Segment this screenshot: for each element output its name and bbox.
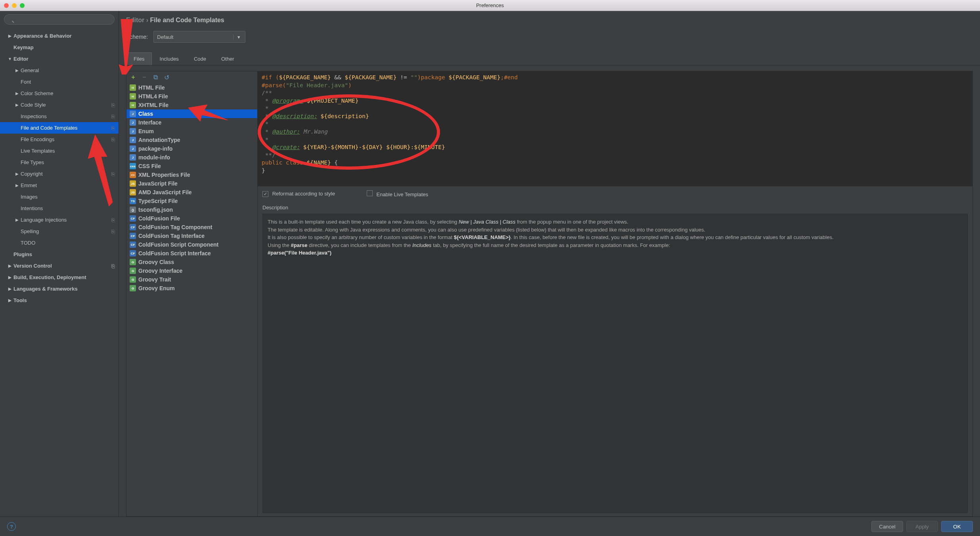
template-item-label: Enum (138, 128, 154, 134)
remove-icon[interactable]: − (141, 74, 148, 81)
template-item-label: Groovy Enum (138, 285, 175, 291)
template-item-label: HTML4 File (138, 93, 168, 100)
reformat-checkbox[interactable]: Reformat according to style (262, 191, 335, 197)
template-item[interactable]: Jmodule-info (126, 153, 257, 162)
template-item[interactable]: JClass (126, 109, 257, 118)
apply-button[interactable]: Apply (906, 521, 938, 532)
sidebar-item[interactable]: Plugins (0, 249, 119, 260)
file-type-icon: J (130, 111, 136, 117)
sidebar-item[interactable]: Font (0, 76, 119, 88)
sidebar-item-label: Inspections (21, 113, 47, 119)
template-item[interactable]: {}tsconfig.json (126, 205, 257, 214)
template-item[interactable]: JSJavaScript File (126, 179, 257, 188)
disclosure-arrow-icon: ▶ (7, 34, 13, 38)
template-item[interactable]: CFColdFusion Script Component (126, 240, 257, 249)
template-item[interactable]: Jpackage-info (126, 144, 257, 153)
sidebar-item[interactable]: File and Code Templates⎘ (0, 122, 119, 134)
description-text: This is a built-in template used each ti… (262, 214, 968, 513)
template-item[interactable]: JInterface (126, 118, 257, 127)
cancel-button[interactable]: Cancel (871, 521, 903, 532)
template-item[interactable]: HHTML File (126, 83, 257, 92)
template-item[interactable]: GGroovy Interface (126, 266, 257, 275)
sidebar-item-label: Intentions (21, 205, 43, 211)
sidebar-item[interactable]: ▶Code Style⎘ (0, 99, 119, 111)
sidebar-item[interactable]: ▶General (0, 65, 119, 76)
tab[interactable]: Files (126, 52, 152, 65)
scheme-label: Scheme: (126, 34, 148, 40)
file-type-icon: J (130, 128, 136, 134)
copy-icon[interactable]: ⧉ (152, 74, 159, 81)
file-type-icon: G (130, 268, 136, 274)
disclosure-arrow-icon: ▶ (7, 298, 13, 302)
search-input[interactable] (4, 14, 115, 25)
template-item[interactable]: CFColdFusion Script Interface (126, 249, 257, 258)
sidebar-item[interactable]: File Types (0, 157, 119, 168)
sidebar-item[interactable]: Images (0, 191, 119, 203)
template-item[interactable]: GGroovy Trait (126, 275, 257, 284)
sidebar-item[interactable]: ▶Copyright⎘ (0, 168, 119, 180)
sidebar-item[interactable]: ▶Build, Execution, Deployment (0, 272, 119, 283)
sidebar-item[interactable]: ▶Color Scheme (0, 88, 119, 99)
tab[interactable]: Code (186, 52, 214, 65)
template-code-editor[interactable]: #if (${PACKAGE_NAME} && ${PACKAGE_NAME} … (258, 71, 972, 186)
disclosure-arrow-icon: ▶ (14, 218, 20, 222)
add-icon[interactable]: + (130, 74, 137, 81)
sidebar-item[interactable]: Intentions (0, 203, 119, 214)
template-item[interactable]: TSTypeScript File (126, 197, 257, 205)
template-item[interactable]: HHTML4 File (126, 92, 257, 101)
breadcrumb-current: File and Code Templates (150, 17, 224, 23)
sidebar-item[interactable]: Spelling⎘ (0, 226, 119, 237)
sidebar-item[interactable]: ▶Emmet (0, 180, 119, 191)
template-item-label: AnnotationType (138, 137, 180, 143)
ok-button[interactable]: OK (941, 521, 973, 532)
template-item-label: ColdFusion Script Component (138, 241, 218, 248)
template-item[interactable]: GGroovy Class (126, 258, 257, 266)
template-item-label: Class (138, 111, 153, 117)
help-icon[interactable]: ? (7, 522, 16, 531)
template-item[interactable]: HXHTML File (126, 101, 257, 109)
sidebar-item[interactable]: File Encodings⎘ (0, 134, 119, 145)
template-item[interactable]: CFColdFusion File (126, 214, 257, 223)
template-item[interactable]: JAnnotationType (126, 136, 257, 144)
sidebar-item[interactable]: ▶Languages & Frameworks (0, 283, 119, 295)
sidebar-item-label: TODO (21, 240, 35, 246)
template-item-label: Interface (138, 119, 161, 126)
sidebar-item[interactable]: ▶Language Injections⎘ (0, 214, 119, 226)
file-type-icon: CF (130, 224, 136, 230)
template-item-label: TypeScript File (138, 198, 178, 204)
sidebar-item-label: Version Control (13, 263, 52, 269)
zoom-window-icon[interactable] (20, 3, 25, 8)
file-type-icon: JS (130, 180, 136, 187)
main-panel: Editor › File and Code Templates Scheme:… (119, 11, 980, 517)
sidebar-item[interactable]: Keymap (0, 42, 119, 53)
file-type-icon: G (130, 276, 136, 283)
sidebar-item[interactable]: ▶Version Control⎘ (0, 260, 119, 272)
minimize-window-icon[interactable] (12, 3, 17, 8)
template-item[interactable]: CFColdFusion Tag Component (126, 223, 257, 232)
file-type-icon: {} (130, 207, 136, 213)
template-item[interactable]: CFColdFusion Tag Interface (126, 232, 257, 240)
template-item-label: JavaScript File (138, 180, 178, 187)
close-window-icon[interactable] (4, 3, 9, 8)
sidebar-item[interactable]: ▶Tools (0, 295, 119, 306)
tab[interactable]: Includes (152, 52, 186, 65)
sidebar-item[interactable]: Live Templates (0, 145, 119, 157)
template-editor-pane: #if (${PACKAGE_NAME} && ${PACKAGE_NAME} … (258, 71, 973, 517)
scheme-select[interactable]: Default ▾ (153, 31, 245, 43)
file-type-icon: J (130, 145, 136, 152)
revert-icon[interactable]: ↺ (163, 74, 170, 81)
sidebar-item[interactable]: TODO (0, 237, 119, 249)
sidebar-item[interactable]: ▼Editor (0, 53, 119, 65)
template-item[interactable]: JEnum (126, 127, 257, 136)
file-type-icon: css (130, 163, 136, 169)
template-item[interactable]: GGroovy Enum (126, 284, 257, 293)
template-item-label: Groovy Class (138, 259, 174, 265)
tab[interactable]: Other (214, 52, 242, 65)
sidebar-item[interactable]: ▶Appearance & Behavior (0, 30, 119, 42)
template-item[interactable]: cssCSS File (126, 162, 257, 170)
sidebar-item[interactable]: Inspections⎘ (0, 111, 119, 122)
template-item-label: CSS File (138, 163, 161, 169)
enable-live-templates-checkbox[interactable]: Enable Live Templates (367, 190, 428, 197)
template-item[interactable]: <>XML Properties File (126, 170, 257, 179)
template-item[interactable]: JSAMD JavaScript File (126, 188, 257, 197)
